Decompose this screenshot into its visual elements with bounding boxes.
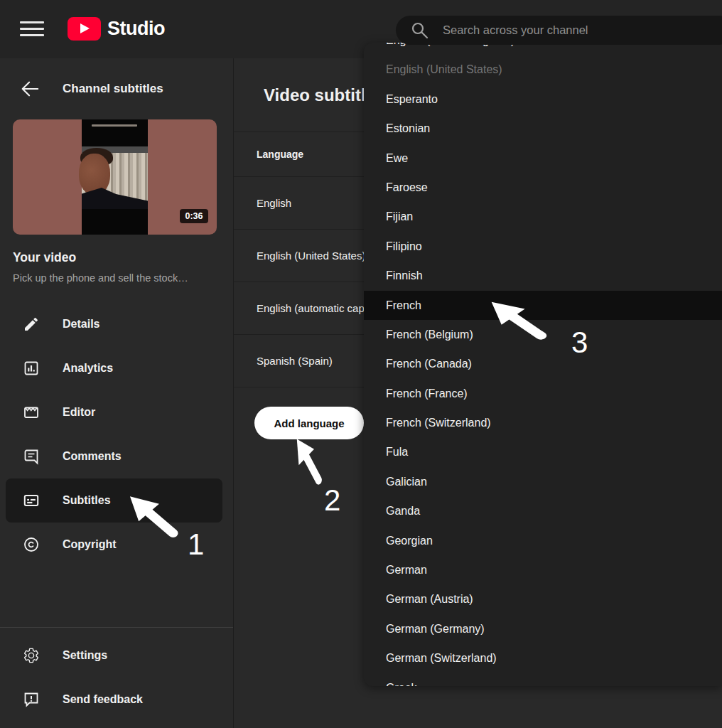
thumbnail-person-face [79,154,110,195]
subtitles-icon [23,492,40,509]
sidebar-item-comments[interactable]: Comments [0,434,233,478]
language-option-fula[interactable]: Fula [364,437,722,466]
feedback-icon [23,691,40,708]
back-row: Channel subtitles [0,71,233,107]
language-option-fijian[interactable]: Fijian [364,202,722,231]
brand-name: Studio [107,18,165,40]
thumbnail-watermark [92,124,137,127]
language-option-esperanto[interactable]: Esperanto [364,85,722,114]
channel-subtitles-title: Channel subtitles [63,82,163,96]
analytics-icon [23,360,40,377]
sidebar-item-label: Editor [63,406,95,419]
sidebar-item-label: Copyright [63,538,117,551]
language-option-ganda[interactable]: Ganda [364,496,722,525]
language-option-estonian[interactable]: Estonian [364,114,722,143]
language-option-french[interactable]: French [364,291,722,320]
language-option-french-belgium[interactable]: French (Belgium) [364,320,722,349]
gear-icon [23,647,40,664]
language-option-galician[interactable]: Galician [364,467,722,496]
language-option-ewe[interactable]: Ewe [364,144,722,173]
your-video-label: Your video [13,250,76,265]
youtube-studio-window: Studio Channel subtitles [0,0,722,728]
hamburger-menu-icon[interactable] [20,21,44,37]
search-icon [411,21,429,40]
sidebar-item-label: Send feedback [63,693,143,706]
language-option-german[interactable]: German [364,555,722,584]
sidebar-item-analytics[interactable]: Analytics [0,346,233,390]
language-option-english-us: English (United States) [364,55,722,84]
thumbnail-person-suit [82,188,148,209]
language-option-finnish[interactable]: Finnish [364,261,722,290]
search-bar[interactable] [396,16,722,45]
sidebar-item-label: Details [63,318,99,331]
language-option-greek[interactable]: Greek [364,673,722,686]
language-option-german-switzerland[interactable]: German (Switzerland) [364,643,722,673]
pencil-icon [23,316,40,333]
sidebar-item-send-feedback[interactable]: Send feedback [0,678,233,722]
clapperboard-icon [23,404,40,421]
sidebar-footer-menu: Settings Send feedback [0,633,233,722]
sidebar-menu: Details Analytics Editor [0,302,233,567]
language-option-filipino[interactable]: Filipino [364,232,722,261]
thumbnail-frame [82,146,148,207]
language-option-faroese[interactable]: Faroese [364,173,722,202]
language-option-french-switzerland[interactable]: French (Switzerland) [364,408,722,437]
sidebar-item-details[interactable]: Details [0,302,233,346]
sidebar-item-label: Analytics [63,362,113,375]
sidebar-item-label: Subtitles [63,494,111,507]
language-option-french-canada[interactable]: French (Canada) [364,349,722,378]
language-option-german-austria[interactable]: German (Austria) [364,584,722,614]
sidebar-item-label: Comments [63,450,122,463]
video-duration-badge: 0:36 [180,209,208,223]
studio-logo[interactable]: Studio [68,17,165,41]
sidebar-item-copyright[interactable]: Copyright [0,523,233,567]
language-dropdown: English (United Kingdom) English (United… [364,43,722,686]
search-input[interactable] [441,23,700,38]
copyright-icon [23,536,40,553]
sidebar-divider [0,627,233,628]
language-dropdown-list: English (United Kingdom) English (United… [364,43,722,686]
video-thumbnail[interactable]: 0:36 [13,119,217,235]
language-option-german-germany[interactable]: German (Germany) [364,614,722,643]
thumbnail-video-strip [82,119,148,235]
video-sidebar: Channel subtitles 0:36 Your video Pick u… [0,58,234,728]
sidebar-item-subtitles[interactable]: Subtitles [6,478,222,523]
sidebar-item-settings[interactable]: Settings [0,633,233,678]
language-option-french-france[interactable]: French (France) [364,379,722,408]
language-option-georgian[interactable]: Georgian [364,526,722,555]
video-name-text: Pick up the phone and sell the stock… [13,272,188,284]
back-arrow-icon[interactable] [20,80,40,98]
youtube-play-icon [68,17,101,41]
comment-icon [23,448,40,465]
add-language-button[interactable]: Add language [254,407,364,439]
sidebar-item-label: Settings [63,649,107,662]
sidebar-item-editor[interactable]: Editor [0,390,233,434]
